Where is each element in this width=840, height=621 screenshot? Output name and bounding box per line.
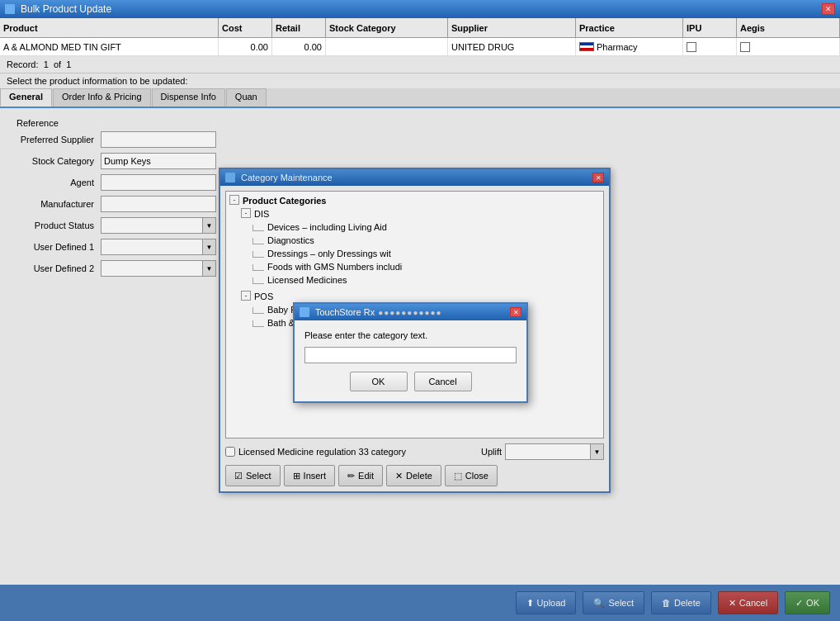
main-window: Product Cost Retail Stock Category Suppl… [0, 18, 840, 621]
td-ipu [683, 38, 737, 55]
main-title: Bulk Product Update [21, 3, 111, 15]
col-header-supplier: Supplier [448, 18, 576, 37]
dialog-title-bar: TouchStore Rx ●●●●●●●●●●● ✕ [295, 304, 526, 320]
main-close-btn[interactable]: ✕ [822, 3, 835, 15]
touchstore-dialog: TouchStore Rx ●●●●●●●●●●● ✕ Please enter… [293, 302, 528, 403]
table-header: Product Cost Retail Stock Category Suppl… [0, 18, 840, 38]
col-header-product: Product [0, 18, 219, 37]
col-header-aegis: Aegis [737, 18, 840, 37]
dialog-title-left: TouchStore Rx ●●●●●●●●●●● [300, 307, 442, 317]
td-retail: 0.00 [272, 38, 326, 55]
ipu-checkbox [687, 42, 696, 52]
dialog-message: Please enter the category text. [304, 330, 517, 340]
dialog-title-blur: ●●●●●●●●●●● [378, 308, 441, 317]
dialog-input[interactable] [304, 347, 517, 363]
col-header-cost: Cost [219, 18, 272, 37]
title-bar-left: Bulk Product Update [5, 3, 111, 15]
dialog-ok-btn[interactable]: OK [350, 372, 408, 391]
td-cost: 0.00 [219, 38, 272, 55]
practice-name: Pharmacy [597, 42, 638, 52]
dialog-btn-row: OK Cancel [304, 372, 517, 391]
col-header-retail: Retail [272, 18, 326, 37]
practice-cell: Pharmacy [579, 42, 638, 52]
td-stockcat [326, 38, 448, 55]
content-area: Record: 1 of 1 Select the product inform… [0, 56, 840, 621]
col-header-ipu: IPU [683, 18, 737, 37]
dialog-app-icon [300, 307, 309, 317]
dialog-title-label: TouchStore Rx [315, 307, 375, 317]
dialog-body: Please enter the category text. OK Cance… [295, 320, 526, 401]
aegis-checkbox [740, 42, 750, 52]
col-header-stockcat: Stock Category [326, 18, 448, 37]
app-icon [5, 4, 15, 14]
td-product: A & ALMOND MED TIN GIFT [0, 38, 219, 55]
practice-flag [579, 42, 594, 51]
col-header-practice: Practice [576, 18, 683, 37]
dialog-close-btn[interactable]: ✕ [510, 307, 521, 317]
td-practice: Pharmacy [576, 38, 683, 55]
dialog-overlay: TouchStore Rx ●●●●●●●●●●● ✕ Please enter… [0, 56, 840, 621]
main-title-bar: Bulk Product Update ✕ [0, 0, 840, 18]
td-aegis [737, 38, 840, 55]
td-supplier: UNITED DRUG [448, 38, 576, 55]
dialog-cancel-btn[interactable]: Cancel [414, 372, 472, 391]
table-row[interactable]: A & ALMOND MED TIN GIFT 0.00 0.00 UNITED… [0, 38, 840, 56]
